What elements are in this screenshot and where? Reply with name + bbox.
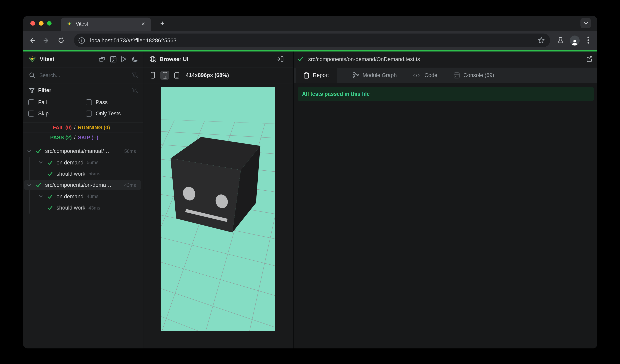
experiments-flask-icon[interactable] xyxy=(557,37,564,44)
chevron-down-icon[interactable] xyxy=(39,195,43,199)
divider xyxy=(23,132,143,133)
tree-row-test[interactable]: should work 55ms xyxy=(23,168,143,180)
site-info-icon[interactable] xyxy=(78,37,85,44)
tab-report[interactable]: Report xyxy=(296,68,337,83)
tab-module-graph[interactable]: Module Graph xyxy=(344,68,405,83)
forward-button[interactable] xyxy=(41,34,53,46)
tab-search-button[interactable] xyxy=(580,18,591,28)
dark-mode-moon-icon[interactable] xyxy=(132,56,139,62)
filter-checkbox-only-tests[interactable]: Only Tests xyxy=(86,110,143,116)
collapse-tests-icon[interactable] xyxy=(99,56,106,62)
chevron-down-icon xyxy=(583,22,588,25)
chevron-down-icon[interactable] xyxy=(27,149,31,153)
desktop: Vitest ✕ + localhost:5173/ xyxy=(0,0,620,364)
tester-viewport[interactable] xyxy=(161,87,275,331)
console-panel-icon xyxy=(453,72,460,78)
report-tab-bar: Report Module Graph </> Code xyxy=(294,68,597,83)
filter-checkbox-pass[interactable]: Pass xyxy=(86,99,143,105)
chevron-down-icon[interactable] xyxy=(39,160,43,164)
pass-check-icon xyxy=(47,171,53,176)
filter-title: Filter xyxy=(38,87,131,93)
new-tab-button[interactable]: + xyxy=(157,18,168,29)
filter-checkbox-skip[interactable]: Skip xyxy=(28,110,86,116)
browser-ui-panel: Browser UI 414x896px (68%) xyxy=(143,51,293,348)
open-external-icon[interactable] xyxy=(586,56,592,62)
pass-check-icon xyxy=(36,148,41,154)
file-pass-check-icon xyxy=(297,56,303,62)
tree-row-suite[interactable]: on demand 56ms xyxy=(23,157,143,168)
test-file-path: src/components/on-demand/OnDemand.test.t… xyxy=(308,56,586,62)
filter-checkbox-fail[interactable]: Fail xyxy=(28,99,86,105)
browser-toolbar: localhost:5173/#/?file=1828625563 xyxy=(23,31,597,50)
tree-row-file[interactable]: src/components/manual/… 56ms xyxy=(23,146,143,157)
test-progress-bar xyxy=(23,50,597,51)
tree-row-suite[interactable]: on demand 43ms xyxy=(23,191,143,202)
threejs-scene xyxy=(161,87,275,331)
clear-filter-icon[interactable] xyxy=(131,72,138,78)
device-phone-small-icon[interactable] xyxy=(151,72,155,79)
profile-avatar[interactable] xyxy=(570,35,579,45)
checkbox[interactable] xyxy=(28,99,34,105)
pass-check-icon xyxy=(47,205,53,210)
globe-icon xyxy=(149,56,156,62)
back-button[interactable] xyxy=(26,34,38,46)
code-icon: </> xyxy=(413,73,421,78)
pass-count: PASS (2) xyxy=(49,134,72,141)
tree-row-test[interactable]: should work 43ms xyxy=(23,202,143,214)
tab-console[interactable]: Console (69) xyxy=(445,68,502,83)
pass-check-icon xyxy=(47,160,53,165)
device-phone-selected-icon[interactable] xyxy=(160,71,169,80)
tab-title: Vitest xyxy=(76,21,140,27)
checkbox[interactable] xyxy=(86,110,92,116)
device-tablet-icon[interactable] xyxy=(174,72,179,78)
search-input[interactable] xyxy=(39,72,131,78)
chevron-down-icon[interactable] xyxy=(27,183,31,187)
reload-button[interactable] xyxy=(55,34,67,46)
checkbox[interactable] xyxy=(28,110,34,116)
report-panel: src/components/on-demand/OnDemand.test.t… xyxy=(294,51,597,348)
url-text[interactable]: localhost:5173/#/?file=1828625563 xyxy=(90,37,538,43)
filter-section: Filter Fail Pass xyxy=(23,85,143,116)
traffic-close-button[interactable] xyxy=(30,21,35,26)
viewport-size-label[interactable]: 414x896px (68%) xyxy=(186,72,229,78)
tab-code[interactable]: </> Code xyxy=(405,68,445,83)
fail-count: FAIL (0) xyxy=(49,125,72,131)
tree-row-file-selected[interactable]: src/components/on-dema… 43ms xyxy=(23,179,143,191)
traffic-minimize-button[interactable] xyxy=(39,21,44,26)
running-count: RUNNING (0) xyxy=(78,125,110,131)
summary-line-2: PASS (2) / SKIP (--) xyxy=(23,132,143,143)
checkbox[interactable] xyxy=(86,99,92,105)
browser-panel-title: Browser UI xyxy=(160,56,276,62)
vitest-ui: Vitest xyxy=(23,51,597,348)
sidebar: Vitest xyxy=(23,51,143,348)
tab-close-icon[interactable]: ✕ xyxy=(140,21,147,28)
report-clipboard-icon xyxy=(304,72,309,78)
bookmark-star-icon[interactable] xyxy=(538,37,545,44)
address-bar[interactable]: localhost:5173/#/?file=1828625563 xyxy=(74,33,550,47)
expand-panel-icon[interactable] xyxy=(276,56,283,62)
pass-check-icon xyxy=(47,194,53,199)
vitest-logo xyxy=(28,55,36,63)
module-graph-icon xyxy=(352,72,359,79)
grid-horizon-mask xyxy=(161,87,275,124)
search-icon xyxy=(29,72,35,78)
clear-filter-icon[interactable] xyxy=(131,87,138,93)
pass-check-icon xyxy=(36,183,41,188)
dashboard-icon[interactable] xyxy=(110,56,116,62)
skip-count: SKIP (--) xyxy=(78,134,98,141)
sidebar-title: Vitest xyxy=(40,56,99,62)
test-tree: src/components/manual/… 56ms on demand 5… xyxy=(23,146,143,214)
vitest-favicon xyxy=(66,21,72,27)
divider xyxy=(23,143,143,143)
run-all-icon[interactable] xyxy=(121,56,127,62)
person-icon xyxy=(571,39,578,45)
test-summary: FAIL (0) / RUNNING (0) PASS (2) / SKIP (… xyxy=(23,123,143,143)
summary-line-1: FAIL (0) / RUNNING (0) xyxy=(23,123,143,132)
browser-window: Vitest ✕ + localhost:5173/ xyxy=(23,16,597,348)
all-tests-passed-banner: All tests passed in this file xyxy=(297,87,594,101)
browser-menu-icon[interactable] xyxy=(587,36,589,44)
traffic-zoom-button[interactable] xyxy=(47,21,52,26)
filter-funnel-icon xyxy=(29,87,34,93)
tab-strip: Vitest ✕ + xyxy=(23,16,597,31)
browser-tab[interactable]: Vitest ✕ xyxy=(61,17,151,31)
